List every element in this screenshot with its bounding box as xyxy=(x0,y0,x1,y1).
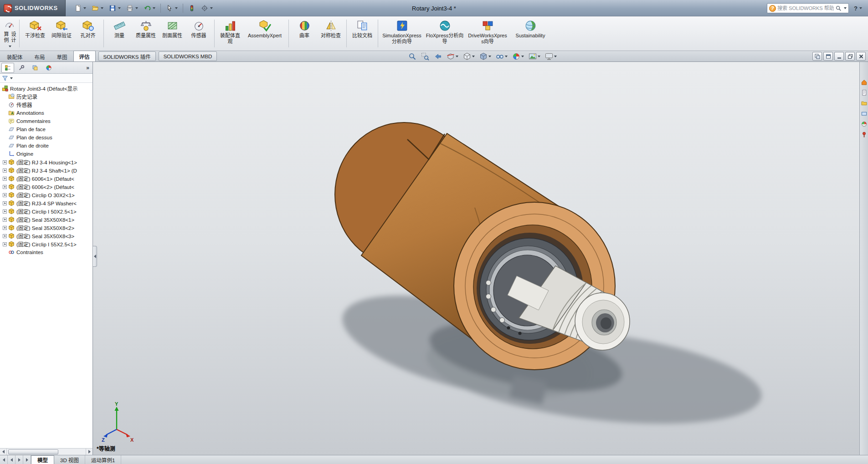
ribbon-mass-properties-button[interactable]: 质量属性 xyxy=(133,18,159,49)
ribbon-clearance-verify-button[interactable]: 间隙验证 xyxy=(49,18,74,49)
next-tab-button[interactable] xyxy=(15,455,23,464)
ribbon-measure-button[interactable]: 测量 xyxy=(107,18,132,49)
filter-funnel-icon[interactable] xyxy=(2,75,8,82)
tree-item-right-plane[interactable]: Plan de droite xyxy=(0,142,92,150)
rebuild-button[interactable] xyxy=(186,2,198,14)
undo-button[interactable] xyxy=(141,2,158,14)
tree-item-comments[interactable]: Commentaires xyxy=(0,117,92,125)
ribbon-assemblyxpert-button[interactable]: AssemblyXpert xyxy=(244,18,286,49)
featuremanager-tree-tab[interactable] xyxy=(1,63,14,73)
section-view-button[interactable] xyxy=(445,51,460,61)
tree-item-circlip-o[interactable]: (固定) Circlip O 30X2<1> xyxy=(0,191,92,199)
tab-motion-study-1[interactable]: 运动算例1 xyxy=(85,455,121,464)
new-window-button[interactable] xyxy=(812,52,822,61)
tab-sketch[interactable]: 草图 xyxy=(51,51,73,61)
tree-item-seal-1[interactable]: (固定) Seal 35X50X8<1> xyxy=(0,215,92,224)
expand-icon[interactable] xyxy=(3,193,7,197)
tree-item-shaft[interactable]: (固定) RJ 3-4 Shaft<1> (D xyxy=(0,166,92,174)
new-document-button[interactable] xyxy=(72,2,88,14)
ribbon-symmetry-check-button[interactable]: 对称检查 xyxy=(318,18,344,49)
tree-item-circlip-i-55[interactable]: (固定) Circlip I 55X2.5<1> xyxy=(0,240,92,248)
zoom-to-fit-button[interactable] xyxy=(407,51,418,61)
hide-show-items-button[interactable] xyxy=(494,51,509,61)
tab-solidworks-addins[interactable]: SOLIDWORKS 插件 xyxy=(98,51,156,61)
zoom-to-area-button[interactable] xyxy=(420,51,431,61)
tree-item-history[interactable]: 历史记录 xyxy=(0,92,92,101)
propertymanager-tab[interactable] xyxy=(15,63,28,73)
ribbon-assembly-visualization-button[interactable]: 装配体直观 xyxy=(217,18,243,49)
view-orientation-button[interactable] xyxy=(462,51,476,61)
search-input[interactable] xyxy=(777,5,834,11)
minimize-window-button[interactable] xyxy=(834,52,844,61)
tab-assembly[interactable]: 装配体 xyxy=(1,51,29,61)
edit-appearance-button[interactable] xyxy=(511,51,525,61)
view-settings-button[interactable] xyxy=(544,51,558,61)
file-explorer-icon[interactable] xyxy=(861,100,867,106)
restore-window-button[interactable] xyxy=(845,52,855,61)
ribbon-design-study-button[interactable]: 设计算例 xyxy=(3,18,16,49)
help-search-box[interactable]: ? xyxy=(767,3,849,13)
expand-icon[interactable] xyxy=(3,226,7,230)
previous-tab-button[interactable] xyxy=(8,455,15,464)
displaymanager-tab[interactable] xyxy=(42,63,55,73)
ribbon-driveworksxpress-button[interactable]: DriveWorksXpress向导 xyxy=(467,18,508,49)
expand-icon[interactable] xyxy=(3,201,7,205)
tab-layout[interactable]: 布局 xyxy=(29,51,51,61)
custom-properties-icon[interactable] xyxy=(861,132,867,138)
tree-item-bearing-1[interactable]: (固定) 6006<1> (Défaut< xyxy=(0,174,92,183)
last-tab-button[interactable] xyxy=(23,455,31,464)
cascade-windows-button[interactable] xyxy=(823,52,833,61)
tree-item-sensors[interactable]: 传感器 xyxy=(0,101,92,109)
filter-dropdown-arrow-icon[interactable] xyxy=(10,77,13,79)
design-library-icon[interactable] xyxy=(861,90,867,96)
configurationmanager-tab[interactable] xyxy=(29,63,41,73)
save-button[interactable] xyxy=(107,2,123,14)
appearances-scenes-icon[interactable] xyxy=(861,121,867,127)
graphics-viewport[interactable]: Y X Z *等轴测 xyxy=(93,62,859,455)
panel-overflow-chevron[interactable]: » xyxy=(84,65,91,71)
tree-item-annotations[interactable]: Annotations xyxy=(0,109,92,117)
tab-3d-views[interactable]: 3D 视图 xyxy=(54,455,85,464)
expand-icon[interactable] xyxy=(3,209,7,214)
tree-item-housing[interactable]: (固定) RJ 3-4 Housing<1> xyxy=(0,158,92,166)
expand-icon[interactable] xyxy=(3,218,7,222)
tree-root-assembly[interactable]: Rotary Joint3-4 (Défaut<显示 xyxy=(0,84,92,92)
tab-evaluate[interactable]: 评估 xyxy=(73,51,96,61)
ribbon-curvature-button[interactable]: 曲率 xyxy=(292,18,317,49)
ribbon-section-properties-button[interactable]: 剖面属性 xyxy=(159,18,185,49)
scrollbar-thumb[interactable] xyxy=(8,449,58,454)
help-button[interactable]: ? xyxy=(852,2,864,14)
expand-icon[interactable] xyxy=(3,185,7,189)
tree-item-top-plane[interactable]: Plan de dessus xyxy=(0,133,92,142)
tree-item-circlip-i-50[interactable]: (固定) Circlip I 50X2.5<1> xyxy=(0,207,92,215)
tree-item-mates[interactable]: Contraintes xyxy=(0,248,92,256)
tree-item-seal-2[interactable]: (固定) Seal 35X50X8<2> xyxy=(0,224,92,232)
expand-icon[interactable] xyxy=(3,160,7,164)
ribbon-interference-check-button[interactable]: 干涉检查 xyxy=(22,18,48,49)
expand-icon[interactable] xyxy=(3,242,7,246)
ribbon-floxpress-button[interactable]: FloXpress分析向导 xyxy=(424,18,466,49)
tree-item-bearing-2[interactable]: (固定) 6006<2> (Défaut< xyxy=(0,183,92,191)
tree-item-front-plane[interactable]: Plan de face xyxy=(0,125,92,133)
expand-icon[interactable] xyxy=(3,234,7,238)
expand-icon[interactable] xyxy=(3,177,7,181)
model-3d-rotary-joint[interactable] xyxy=(93,62,859,455)
ribbon-compare-documents-button[interactable]: 比较文档 xyxy=(349,18,375,49)
previous-view-button[interactable] xyxy=(432,51,443,61)
solidworks-resources-icon[interactable] xyxy=(861,79,867,85)
options-button[interactable] xyxy=(199,2,215,14)
tree-item-sp-washer[interactable]: (固定) RJ3-4 SP Washer< xyxy=(0,199,92,207)
ribbon-hole-alignment-button[interactable]: 孔对齐 xyxy=(75,18,101,49)
close-window-button[interactable] xyxy=(856,52,866,61)
tab-model[interactable]: 模型 xyxy=(31,455,54,464)
display-style-button[interactable] xyxy=(478,51,493,61)
scroll-left-arrow[interactable] xyxy=(0,449,7,455)
search-icon[interactable] xyxy=(835,5,842,11)
search-scope-arrow-icon[interactable] xyxy=(844,7,847,9)
tab-solidworks-mbd[interactable]: SOLIDWORKS MBD xyxy=(159,51,217,61)
tree-item-seal-3[interactable]: (固定) Seal 35X50X8<3> xyxy=(0,232,92,240)
first-tab-button[interactable] xyxy=(0,455,8,464)
ribbon-sustainability-button[interactable]: Sustainability xyxy=(509,18,551,49)
expand-icon[interactable] xyxy=(3,168,7,173)
panel-horizontal-scrollbar[interactable] xyxy=(0,448,92,455)
